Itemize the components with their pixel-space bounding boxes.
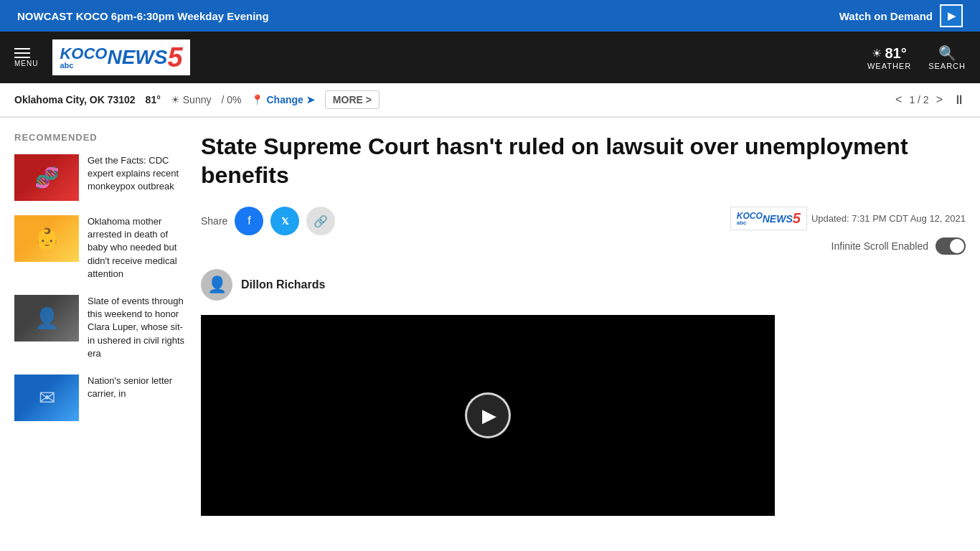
header-left: MENU KOCO abc NEWS 5 (14, 39, 190, 75)
sidebar-item-4[interactable]: ✉ Nation's senior letter carrier, in (14, 375, 187, 421)
copy-link-button[interactable]: 🔗 (306, 207, 335, 235)
meta-news-text: NEWS (763, 213, 793, 225)
weather-widget[interactable]: ☀ 81° WEATHER (867, 45, 911, 70)
more-button[interactable]: MORE > (325, 90, 380, 109)
nowcast-text: NOWCAST KOCO 6pm-6:30pm Weekday Evening (17, 10, 269, 22)
infinite-scroll-label: Infinite Scroll Enabled (831, 240, 928, 252)
meta-abc-text: abc (737, 220, 763, 226)
weather-temp: 81° (885, 45, 906, 62)
mail-icon: ✉ (39, 386, 55, 410)
next-arrow[interactable]: > (932, 92, 947, 108)
logo-5-text: 5 (167, 44, 182, 71)
meta-section: KOCO abc NEWS 5 Updated: 7:31 PM CDT Aug… (730, 207, 966, 255)
play-button[interactable]: ▶ (940, 4, 963, 27)
pin-icon: 📍 (251, 94, 263, 105)
more-chevron-icon: > (366, 94, 372, 105)
author-name: Dillon Richards (241, 278, 325, 291)
weather-icon: ☀ (872, 47, 882, 60)
prev-arrow[interactable]: < (891, 92, 906, 108)
logo-news-text: NEWS (107, 46, 167, 69)
video-player[interactable]: ▶ (201, 315, 775, 516)
logo-koco-text: KOCO (60, 46, 107, 62)
menu-label: MENU (14, 60, 38, 67)
city-label: Oklahoma City, OK 73102 (14, 94, 136, 105)
meta-5-text: 5 (793, 210, 801, 227)
sidebar-title: RECOMMENDED (14, 132, 187, 143)
sidebar-thumb-4: ✉ (14, 375, 79, 421)
link-icon: 🔗 (314, 215, 328, 228)
facebook-icon: f (248, 215, 250, 227)
toggle-knob (950, 239, 964, 253)
more-label: MORE (333, 94, 363, 105)
updated-time: Updated: 7:31 PM CDT Aug 12, 2021 (811, 213, 966, 224)
watch-on-demand[interactable]: Watch on Demand ▶ (839, 4, 963, 27)
share-label: Share (201, 215, 227, 227)
twitter-share-button[interactable]: 𝕏 (270, 207, 299, 235)
pause-button[interactable]: ⏸ (953, 93, 966, 108)
precip-label: / 0% (221, 94, 241, 105)
baby-icon: 👶 (34, 227, 60, 250)
current-temp: 81° (146, 94, 161, 105)
sidebar-thumb-2: 👶 (14, 215, 79, 262)
sidebar-thumb-1: 🧬 (14, 154, 79, 201)
article-title: State Supreme Court hasn't ruled on laws… (201, 132, 966, 189)
weather-label: WEATHER (867, 62, 911, 70)
sidebar-item-text-1: Get the Facts: CDC expert explains recen… (88, 154, 187, 201)
search-label: SEARCH (928, 62, 966, 70)
location-info: Oklahoma City, OK 73102 81° ☀ Sunny / 0%… (14, 90, 380, 109)
menu-button[interactable]: MENU (14, 48, 38, 67)
sun-icon: ☀ (171, 94, 180, 105)
article-area: State Supreme Court hasn't ruled on laws… (201, 132, 966, 516)
header-right: ☀ 81° WEATHER 🔍 SEARCH (867, 44, 966, 70)
sidebar-item-text-2: Oklahoma mother arrested in death of bab… (88, 215, 187, 281)
page-indicator: 1 / 2 (909, 94, 928, 105)
sidebar-item-text-3: Slate of events through this weekend to … (88, 295, 187, 360)
current-condition: ☀ Sunny (171, 94, 212, 105)
location-bar: Oklahoma City, OK 73102 81° ☀ Sunny / 0%… (0, 83, 980, 118)
hamburger-icon (14, 48, 38, 58)
watch-label: Watch on Demand (839, 10, 933, 22)
change-location-button[interactable]: 📍 Change ➤ (251, 94, 314, 105)
sidebar-thumb-3: 👤 (14, 295, 79, 342)
avatar-icon: 👤 (207, 276, 227, 294)
play-icon: ▶ (482, 405, 496, 427)
top-banner: NOWCAST KOCO 6pm-6:30pm Weekday Evening … (0, 0, 980, 32)
condition-text: Sunny (183, 94, 212, 105)
meta-koco-text: KOCO (737, 212, 763, 220)
sidebar-item-1[interactable]: 🧬 Get the Facts: CDC expert explains rec… (14, 154, 187, 201)
infinite-scroll-toggle[interactable] (936, 237, 966, 255)
sidebar-item-3[interactable]: 👤 Slate of events through this weekend t… (14, 295, 187, 360)
play-icon: ▶ (948, 10, 956, 22)
sidebar-item-text-4: Nation's senior letter carrier, in (88, 375, 187, 421)
author-avatar: 👤 (201, 269, 232, 301)
share-meta-row: Share f 𝕏 🔗 KOCO abc (201, 207, 966, 255)
main-layout: RECOMMENDED 🧬 Get the Facts: CDC expert … (0, 118, 980, 530)
video-play-button[interactable]: ▶ (465, 392, 511, 438)
change-label: Change (266, 94, 303, 105)
search-icon: 🔍 (938, 44, 956, 62)
bio-icon: 🧬 (34, 166, 60, 189)
share-section: Share f 𝕏 🔗 (201, 207, 335, 235)
sidebar-item-2[interactable]: 👶 Oklahoma mother arrested in death of b… (14, 215, 187, 281)
logo-abc-text: abc (60, 62, 107, 70)
arrow-icon: ➤ (306, 94, 315, 105)
infinite-scroll-toggle-row: Infinite Scroll Enabled (831, 237, 966, 255)
article-logo: KOCO abc NEWS 5 Updated: 7:31 PM CDT Aug… (730, 207, 966, 230)
person-icon: 👤 (34, 306, 60, 330)
sidebar: RECOMMENDED 🧬 Get the Facts: CDC expert … (14, 132, 187, 516)
author-row: 👤 Dillon Richards (201, 269, 966, 301)
pagination-controls: < 1 / 2 > ⏸ (891, 92, 966, 108)
nav-arrows: < 1 / 2 > (891, 92, 947, 108)
facebook-share-button[interactable]: f (235, 207, 263, 235)
twitter-icon: 𝕏 (281, 216, 288, 227)
site-logo[interactable]: KOCO abc NEWS 5 (52, 39, 189, 75)
search-button[interactable]: 🔍 SEARCH (928, 44, 966, 70)
site-header: MENU KOCO abc NEWS 5 ☀ 81° WEATHER 🔍 SEA… (0, 32, 980, 83)
